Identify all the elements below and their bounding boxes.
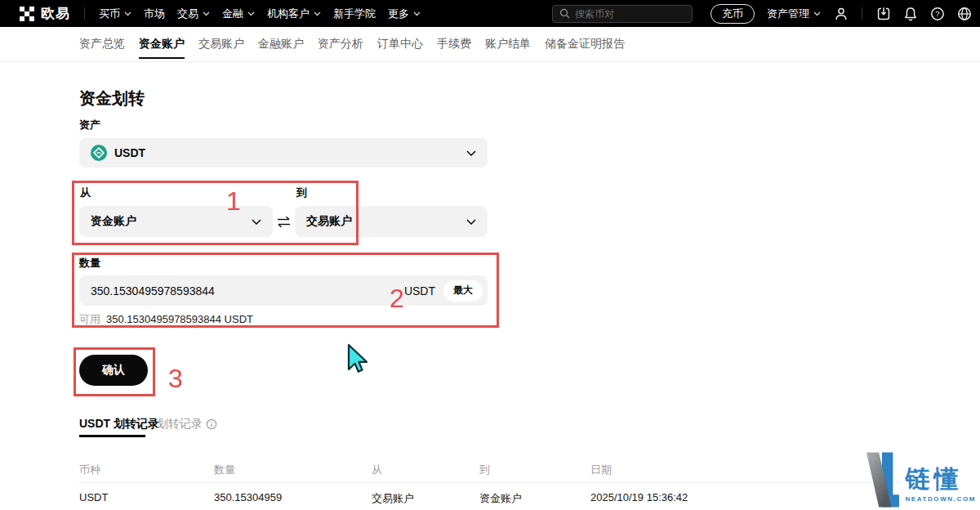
chevron-down-icon [247, 11, 255, 16]
menu-item-academy[interactable]: 新手学院 [333, 7, 376, 21]
neatdown-watermark: 链懂 NEATDOWN.COM [865, 451, 976, 508]
to-select-value: 交易账户 [306, 214, 352, 229]
asset-select-value: USDT [114, 146, 145, 159]
tab-proof-of-reserves[interactable]: 储备金证明报告 [545, 27, 625, 61]
amount-currency-label: USDT [404, 284, 435, 298]
tab-fees[interactable]: 手续费 [437, 27, 471, 61]
asset-management-menu[interactable]: 资产管理 [767, 7, 821, 21]
to-label: 到 [296, 186, 307, 199]
mouse-cursor-icon [346, 343, 368, 379]
max-button[interactable]: 最大 [443, 280, 483, 302]
topbar-icon-group: ? [833, 6, 972, 21]
from-label: 从 [80, 186, 91, 199]
table-divider [79, 482, 901, 483]
usdt-coin-icon [91, 145, 107, 161]
tab-finance-account[interactable]: 金融账户 [258, 27, 304, 61]
user-icon[interactable] [833, 6, 849, 21]
records-table-header: 币种 数量 从 到 日期 [79, 463, 901, 477]
cell-amount: 350.15304959 [214, 491, 372, 506]
tab-trading-account[interactable]: 交易账户 [198, 27, 244, 61]
chevron-down-icon [124, 11, 131, 16]
search-input[interactable] [575, 8, 673, 20]
from-account-select[interactable]: 资金账户 [79, 206, 273, 237]
cell-date: 2025/10/19 15:36:42 [590, 491, 901, 506]
records-active-tab-underline [79, 435, 145, 437]
menu-item-more[interactable]: 更多 [388, 7, 421, 21]
cell-to: 资金账户 [479, 491, 590, 506]
cell-currency: USDT [79, 491, 214, 506]
download-app-icon[interactable] [875, 6, 891, 21]
menu-item-buy-crypto[interactable]: 买币 [99, 7, 131, 21]
asset-select[interactable]: USDT [79, 138, 488, 168]
search-icon [559, 8, 570, 19]
notifications-bell-icon[interactable] [902, 6, 918, 21]
tab-usdt-transfer-records[interactable]: USDT 划转记录 [79, 417, 159, 432]
amount-label: 数量 [79, 257, 100, 270]
brand-name: 欧易 [41, 4, 70, 23]
info-icon [206, 418, 217, 430]
chevron-down-icon [314, 11, 321, 16]
to-account-select[interactable]: 交易账户 [295, 206, 488, 237]
divider [862, 7, 862, 20]
account-tabs-bar: 资产总览 资金账户 交易账户 金融账户 资产分析 订单中心 手续费 账户结单 储… [0, 27, 980, 62]
language-globe-icon[interactable] [956, 6, 972, 21]
col-from: 从 [372, 463, 479, 477]
available-label: 可用 [79, 313, 100, 325]
neatdown-logo-icon [865, 451, 899, 508]
menu-item-markets[interactable]: 市场 [144, 7, 165, 21]
amount-input[interactable] [91, 284, 404, 298]
watermark-domain: NEATDOWN.COM [905, 495, 976, 503]
okx-logo-icon [20, 7, 34, 21]
tab-all-transfer-records[interactable]: 划转记录 [157, 417, 217, 432]
tab-account-statement[interactable]: 账户结单 [485, 27, 531, 61]
available-balance: 可用350.1530495978593844 USDT [79, 312, 253, 327]
watermark-brand: 链懂 [905, 467, 976, 491]
col-amount: 数量 [214, 463, 372, 477]
deposit-button[interactable]: 充币 [710, 4, 755, 24]
menu-item-institutional[interactable]: 机构客户 [267, 7, 321, 21]
svg-text:?: ? [935, 9, 939, 18]
col-currency: 币种 [79, 463, 214, 477]
cell-from: 交易账户 [372, 491, 479, 506]
chevron-down-icon [413, 11, 421, 16]
divider [84, 7, 85, 20]
swap-direction-icon[interactable] [277, 216, 291, 231]
tab-funding-account[interactable]: 资金账户 [139, 27, 185, 61]
annotation-number-3: 3 [168, 365, 183, 391]
top-navigation-bar: 欧易 买币 市场 交易 金融 机构客户 新手学院 [0, 0, 980, 27]
chevron-down-icon [813, 11, 821, 16]
confirm-button[interactable]: 确认 [79, 355, 148, 386]
help-icon[interactable]: ? [929, 6, 945, 21]
okx-logo[interactable]: 欧易 [20, 4, 70, 23]
col-to: 到 [479, 463, 590, 477]
tab-asset-analysis[interactable]: 资产分析 [318, 27, 363, 61]
from-select-value: 资金账户 [91, 214, 136, 229]
amount-input-wrap: USDT 最大 [79, 275, 488, 306]
top-menu: 买币 市场 交易 金融 机构客户 新手学院 更多 [99, 7, 421, 21]
asset-label: 资产 [79, 119, 100, 132]
active-tab-underline [139, 57, 185, 60]
chevron-down-icon [466, 219, 476, 225]
chevron-down-icon [203, 11, 210, 16]
menu-item-finance[interactable]: 金融 [222, 7, 255, 21]
tab-asset-overview[interactable]: 资产总览 [79, 27, 125, 61]
table-row: USDT 350.15304959 交易账户 资金账户 2025/10/19 1… [79, 491, 901, 506]
col-date: 日期 [590, 463, 901, 477]
search-box[interactable] [552, 5, 693, 23]
okx-funding-transfer-page: 欧易 买币 市场 交易 金融 机构客户 新手学院 [0, 0, 980, 510]
watermark-text: 链懂 NEATDOWN.COM [905, 467, 976, 508]
page-title: 资金划转 [79, 87, 145, 110]
chevron-down-icon [252, 219, 261, 225]
available-value: 350.1530495978593844 USDT [106, 313, 253, 325]
chevron-down-icon [466, 150, 476, 156]
menu-item-trade[interactable]: 交易 [177, 7, 210, 21]
tab-order-center[interactable]: 订单中心 [377, 27, 423, 61]
